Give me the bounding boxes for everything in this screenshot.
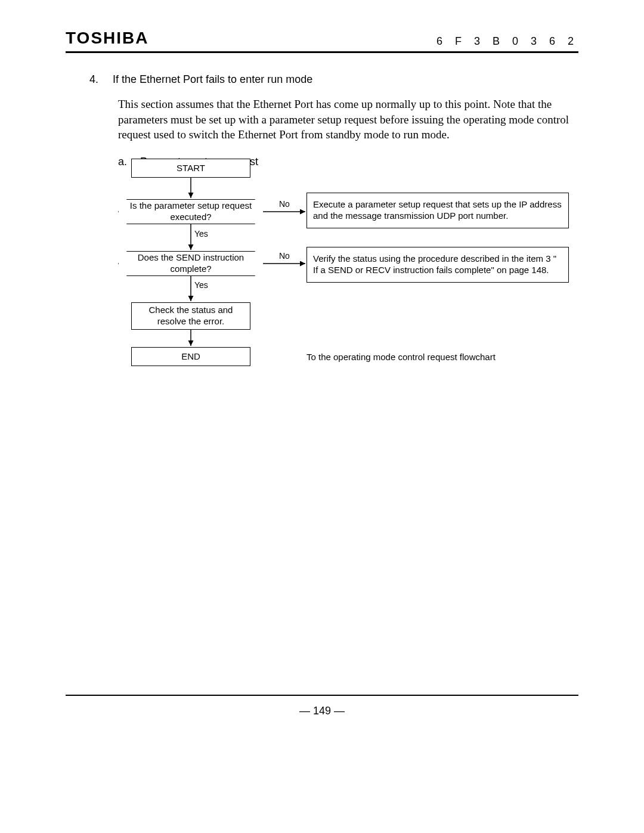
page-header: TOSHIBA 6 F 3 B 0 3 6 2 (66, 29, 578, 53)
section-heading: 4. If the Ethernet Port fails to enter r… (89, 73, 578, 86)
label-yes: Yes (194, 280, 208, 291)
page-number: — 149 — (0, 705, 644, 717)
section-title: If the Ethernet Port fails to enter run … (113, 73, 312, 86)
flow-start: START (131, 159, 250, 178)
label-yes: Yes (194, 229, 208, 240)
brand-logo: TOSHIBA (66, 29, 149, 48)
document-number: 6 F 3 B 0 3 6 2 (436, 35, 578, 48)
label-no: No (279, 251, 290, 262)
flow-end: END (131, 347, 250, 366)
section-number: 4. (89, 73, 98, 86)
flow-decision-send-complete: Does the SEND instruction complete? (118, 251, 264, 276)
flow-decision-param-setup: Is the parameter setup request executed? (118, 199, 264, 224)
flow-side-verify-status: Verify the status using the procedure de… (306, 247, 569, 283)
section-body: This section assumes that the Ethernet P… (118, 97, 578, 143)
flow-side-param-setup: Execute a parameter setup request that s… (306, 193, 569, 228)
flow-process-check-status: Check the status and resolve the error. (131, 302, 250, 330)
flow-end-note: To the operating mode control request fl… (306, 352, 496, 363)
label-no: No (279, 199, 290, 210)
footer-rule (66, 695, 578, 696)
